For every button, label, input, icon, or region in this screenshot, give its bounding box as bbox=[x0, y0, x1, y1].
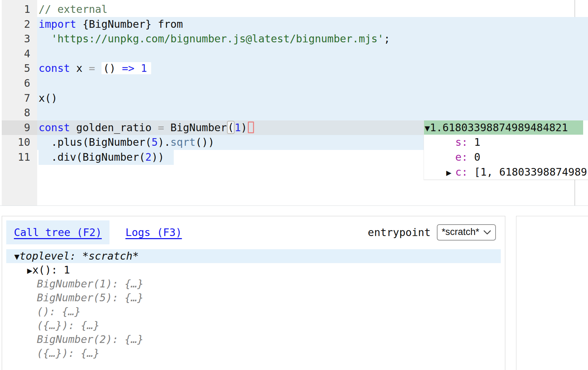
line-number: 6 bbox=[2, 76, 37, 91]
code-token: () bbox=[103, 62, 122, 74]
code-token: ). bbox=[158, 136, 170, 148]
code-line-6[interactable] bbox=[37, 76, 588, 91]
code-token: 5 bbox=[152, 136, 158, 148]
tab-call-tree-f2-[interactable]: Call tree (F2) bbox=[6, 220, 109, 244]
code-token: .div(BigNumber( bbox=[39, 151, 145, 163]
call-tree-row[interactable]: ▶x(): 1 bbox=[6, 263, 501, 277]
secondary-panel bbox=[516, 216, 588, 370]
panel-header: Call tree (F2)Logs (F3) entrypoint *scra… bbox=[6, 220, 501, 244]
collapse-triangle-icon[interactable]: ▼ bbox=[14, 252, 19, 262]
uncovered-expression: () => 1 bbox=[101, 62, 151, 74]
expand-triangle-icon[interactable]: ▶ bbox=[446, 165, 455, 180]
line-number-gutter: 1234567891011 bbox=[2, 0, 37, 205]
code-token: => bbox=[122, 62, 134, 74]
call-tree-label: (): {…} bbox=[37, 305, 81, 318]
code-token: )) bbox=[152, 151, 164, 163]
code-line-4[interactable] bbox=[37, 47, 588, 61]
text-cursor bbox=[248, 121, 254, 133]
matched-bracket-highlight: ( bbox=[227, 121, 235, 134]
call-tree-row[interactable]: BigNumber(1): {…} bbox=[6, 277, 501, 291]
chevron-down-icon bbox=[483, 227, 491, 237]
line-number: 9 bbox=[2, 120, 37, 135]
collapse-triangle-icon[interactable]: ▼ bbox=[425, 123, 430, 133]
code-token: ) bbox=[241, 121, 247, 134]
panel-tabs: Call tree (F2)Logs (F3) bbox=[6, 220, 189, 244]
property-value: 0 bbox=[474, 151, 480, 163]
code-token: // external bbox=[39, 3, 108, 15]
code-token bbox=[39, 33, 51, 45]
tab-logs-f3-[interactable]: Logs (F3) bbox=[118, 220, 190, 244]
call-tree-label: x(): 1 bbox=[32, 264, 70, 276]
call-tree-label: ({…}): {…} bbox=[37, 347, 100, 359]
line-number: 5 bbox=[2, 61, 37, 76]
code-token: ()) bbox=[196, 136, 214, 148]
code-token: BigNumber bbox=[164, 121, 227, 134]
call-tree: ▼toplevel: *scratch*▶x(): 1BigNumber(1):… bbox=[6, 249, 501, 360]
entrypoint-label: entrypoint bbox=[368, 226, 431, 238]
code-line-2[interactable]: import {BigNumber} from bbox=[37, 17, 588, 32]
code-token: 2 bbox=[145, 151, 152, 163]
code-token bbox=[134, 62, 141, 74]
line-number: 2 bbox=[2, 17, 37, 32]
value-inspector-panel: ▼1.61803398874989484821s: 1e: 0▶c: [1, 6… bbox=[424, 120, 588, 180]
code-line-1[interactable]: // external bbox=[37, 2, 588, 17]
property-key: e: bbox=[455, 151, 468, 163]
call-tree-row[interactable]: ▼toplevel: *scratch* bbox=[6, 249, 501, 263]
call-tree-label: toplevel: *scratch* bbox=[19, 250, 139, 262]
entrypoint-selected-value: *scratch* bbox=[442, 227, 479, 237]
code-token: = bbox=[89, 62, 95, 74]
property-key: s: bbox=[455, 136, 468, 148]
call-tree-row[interactable]: BigNumber(2): {…} bbox=[6, 333, 501, 346]
code-line-7[interactable]: x() bbox=[37, 91, 588, 106]
line-number: 7 bbox=[2, 91, 37, 106]
property-value: 1 bbox=[474, 136, 480, 148]
property-key: c: bbox=[455, 166, 468, 178]
covered-span: .div(BigNumber(2)) bbox=[39, 150, 174, 165]
code-token: 1 bbox=[141, 62, 147, 74]
code-token: {BigNumber} from bbox=[76, 18, 183, 30]
code-token: x() bbox=[39, 92, 57, 104]
line-number: 4 bbox=[2, 47, 37, 61]
value-inspector-result[interactable]: ▼1.61803398874989484821 bbox=[424, 120, 583, 135]
code-line-5[interactable]: const x = () => 1 bbox=[37, 61, 588, 76]
object-property-row[interactable]: ▶c: [1, 61803398874989 bbox=[424, 165, 588, 179]
line-number: 11 bbox=[2, 150, 37, 165]
call-tree-label: BigNumber(5): {…} bbox=[37, 292, 144, 304]
call-tree-label: BigNumber(1): {…} bbox=[37, 278, 144, 290]
code-token bbox=[95, 62, 101, 74]
code-token: 1 bbox=[235, 121, 241, 134]
code-token: .plus(BigNumber( bbox=[39, 136, 152, 148]
code-editor[interactable]: 1234567891011 // externalimport {BigNumb… bbox=[0, 0, 588, 206]
call-tree-label: ({…}): {…} bbox=[37, 319, 100, 331]
code-line-8[interactable] bbox=[37, 106, 588, 120]
code-token: 'https://unpkg.com/bignumber.js@latest/b… bbox=[51, 33, 384, 45]
code-token: const bbox=[39, 62, 70, 74]
line-number: 10 bbox=[2, 135, 37, 150]
entrypoint-select[interactable]: *scratch* bbox=[437, 224, 496, 241]
code-token: x bbox=[70, 62, 89, 74]
call-tree-row[interactable]: ({…}): {…} bbox=[6, 346, 501, 360]
property-value: [1, 61803398874989 bbox=[474, 166, 587, 178]
object-property-row[interactable]: e: 0 bbox=[424, 150, 588, 165]
code-token: golden_ratio bbox=[70, 121, 158, 134]
expand-triangle-icon[interactable]: ▶ bbox=[27, 266, 32, 276]
call-tree-label: BigNumber(2): {…} bbox=[37, 333, 144, 345]
call-tree-row[interactable]: ({…}): {…} bbox=[6, 319, 501, 333]
call-tree-panel: Call tree (F2)Logs (F3) entrypoint *scra… bbox=[2, 216, 505, 370]
code-token: ; bbox=[384, 33, 390, 45]
object-property-row[interactable]: s: 1 bbox=[424, 135, 588, 150]
call-tree-row[interactable]: BigNumber(5): {…} bbox=[6, 291, 501, 305]
line-number: 3 bbox=[2, 32, 37, 47]
code-token: = bbox=[158, 121, 164, 134]
result-value: 1.61803398874989484821 bbox=[430, 121, 568, 134]
entrypoint-control: entrypoint *scratch* bbox=[368, 224, 501, 241]
line-number: 1 bbox=[2, 2, 37, 17]
call-tree-row[interactable]: (): {…} bbox=[6, 305, 501, 319]
code-token: import bbox=[39, 18, 76, 30]
code-line-3[interactable]: 'https://unpkg.com/bignumber.js@latest/b… bbox=[37, 32, 588, 47]
code-token: sqrt bbox=[170, 136, 195, 148]
line-number: 8 bbox=[2, 106, 37, 120]
code-token: const bbox=[39, 121, 70, 134]
